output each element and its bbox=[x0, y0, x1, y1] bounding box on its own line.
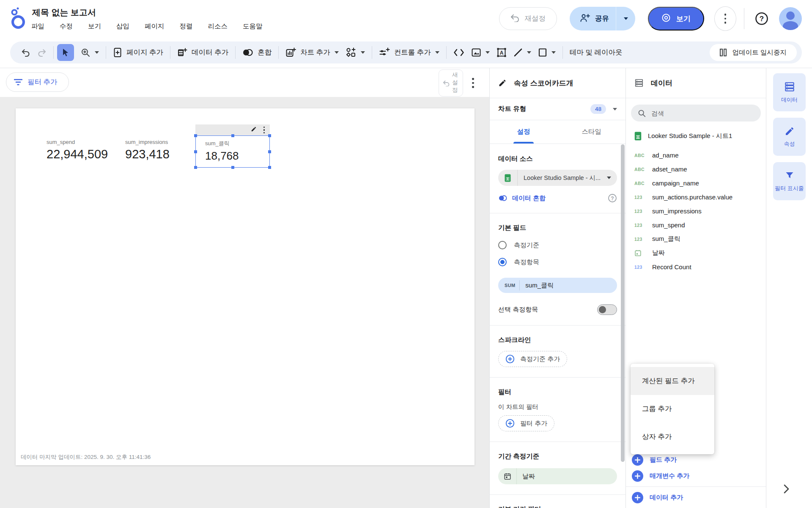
rail-data-button[interactable]: 데이터 bbox=[773, 73, 806, 111]
add-page-button[interactable]: 페이지 추가 bbox=[110, 47, 167, 58]
report-page[interactable]: sum_spend 22,944,509 sum_impressions 923… bbox=[16, 108, 475, 465]
community-visualizations-button[interactable] bbox=[342, 47, 368, 58]
field-list: ABC ad_name ABC adset_name ABC campaign_… bbox=[626, 148, 766, 274]
date-field-chip[interactable]: 날짜 bbox=[498, 468, 617, 484]
radio-unselected-icon[interactable] bbox=[498, 241, 507, 249]
menu-help[interactable]: 도움말 bbox=[243, 22, 263, 31]
data-source-select[interactable]: Looker Studio Sample - 시... bbox=[498, 170, 617, 186]
field-campaign-name[interactable]: ABC campaign_name bbox=[626, 176, 766, 190]
add-data-button[interactable]: 데이터 추가 bbox=[174, 47, 232, 58]
share-dropdown-button[interactable] bbox=[616, 7, 635, 30]
add-dimension-button[interactable]: 측정기준 추가 bbox=[498, 351, 567, 367]
url-embed-button[interactable] bbox=[450, 48, 468, 57]
scorecard-value: 18,768 bbox=[205, 149, 269, 163]
undo-button[interactable] bbox=[18, 48, 34, 57]
canvas-more-options-button[interactable] bbox=[470, 76, 476, 90]
more-options-button[interactable] bbox=[714, 6, 736, 31]
add-parameter-button[interactable]: 매개변수 추가 bbox=[626, 468, 766, 484]
menu-view[interactable]: 보기 bbox=[88, 22, 101, 31]
add-chart-button[interactable]: 차트 추가 bbox=[282, 47, 342, 58]
blend-button[interactable]: 혼합 bbox=[239, 48, 275, 57]
canvas-background[interactable]: sum_spend 22,944,509 sum_impressions 923… bbox=[0, 97, 489, 508]
menu-arrange[interactable]: 정렬 bbox=[180, 22, 193, 31]
zoom-tool-button[interactable] bbox=[77, 48, 102, 58]
field-record-count[interactable]: 123 Record Count bbox=[626, 260, 766, 274]
canvas-reset-button[interactable]: 새설정 bbox=[439, 69, 463, 97]
menu-file[interactable]: 파일 bbox=[31, 22, 44, 31]
scorecard-sum-clicks-selected[interactable]: sum_클릭 18,768 bbox=[195, 124, 270, 168]
metric-field-chip[interactable]: SUM sum_클릭 bbox=[498, 278, 617, 293]
header-divider bbox=[744, 8, 744, 29]
field-search[interactable] bbox=[631, 105, 761, 121]
add-chart-icon bbox=[285, 47, 296, 58]
collapse-panel-button[interactable] bbox=[782, 483, 791, 496]
field-date[interactable]: 날짜 bbox=[626, 246, 766, 260]
view-button[interactable]: 보기 bbox=[648, 7, 704, 30]
resize-handle[interactable] bbox=[231, 166, 234, 169]
field-adset-name[interactable]: ABC adset_name bbox=[626, 162, 766, 176]
text-box-button[interactable]: A bbox=[493, 47, 510, 58]
share-button[interactable]: 공유 bbox=[570, 7, 616, 30]
search-input[interactable] bbox=[651, 110, 754, 117]
insert-image-button[interactable] bbox=[468, 48, 493, 57]
help-button[interactable]: ? bbox=[754, 11, 769, 26]
shape-tool-button[interactable] bbox=[535, 47, 559, 58]
user-avatar[interactable] bbox=[779, 7, 802, 30]
field-sum-spend[interactable]: 123 sum_spend bbox=[626, 218, 766, 232]
scorecard-label: sum_spend bbox=[47, 139, 108, 145]
selected-scorecard[interactable]: sum_클릭 18,768 bbox=[195, 135, 270, 168]
report-title[interactable]: 제목 없는 보고서 bbox=[32, 7, 96, 18]
tab-setup[interactable]: 설정 bbox=[490, 120, 558, 144]
menu-edit[interactable]: 수정 bbox=[60, 22, 73, 31]
select-tool-button[interactable] bbox=[57, 44, 74, 61]
rail-filter-bar-button[interactable]: 필터 표시줄 bbox=[773, 162, 806, 200]
reset-button[interactable]: 재설정 bbox=[499, 7, 557, 30]
dimension-radio-row[interactable]: 측정기준 bbox=[498, 241, 617, 249]
optional-metrics-toggle[interactable] bbox=[597, 304, 617, 315]
resize-handle[interactable] bbox=[231, 134, 234, 137]
resize-handle[interactable] bbox=[268, 134, 271, 137]
menu-item-add-group[interactable]: 그룹 추가 bbox=[631, 395, 714, 423]
chart-type-row[interactable]: 차트 유형 48 bbox=[490, 98, 625, 120]
metric-radio-row[interactable]: 측정항목 bbox=[498, 258, 617, 266]
resize-handle[interactable] bbox=[194, 166, 197, 169]
menu-resource[interactable]: 리소스 bbox=[208, 22, 228, 31]
theme-layout-button[interactable]: 테마 및 레이아웃 bbox=[566, 48, 626, 57]
field-sum-impressions[interactable]: 123 sum_impressions bbox=[626, 204, 766, 218]
menu-item-add-bin[interactable]: 상자 추가 bbox=[631, 423, 714, 451]
data-panel-bottom-actions: 필드 추가 매개변수 추가 데이터 추가 bbox=[626, 452, 766, 508]
add-filter-button[interactable]: 필터 추가 bbox=[6, 72, 69, 92]
scrollbar-thumb[interactable] bbox=[621, 144, 625, 462]
looker-studio-logo-icon[interactable] bbox=[9, 7, 26, 32]
menu-insert[interactable]: 삽입 bbox=[116, 22, 129, 31]
add-data-icon bbox=[177, 47, 187, 58]
resize-handle[interactable] bbox=[268, 166, 271, 169]
line-tool-button[interactable] bbox=[510, 48, 535, 57]
tab-style[interactable]: 스타일 bbox=[558, 120, 626, 144]
aggregation-tag[interactable]: SUM bbox=[498, 280, 520, 290]
undo-icon bbox=[510, 14, 520, 24]
field-sum-clicks[interactable]: 123 sum_클릭 bbox=[626, 232, 766, 246]
last-update-timestamp: 데이터 마지막 업데이트: 2025. 9. 30. 오후 11:41:36 bbox=[21, 453, 151, 461]
resize-handle[interactable] bbox=[194, 134, 197, 137]
help-icon[interactable]: ? bbox=[608, 193, 617, 203]
rail-properties-button[interactable]: 속성 bbox=[773, 118, 806, 156]
scorecard-sum-impressions[interactable]: sum_impressions 923,418 bbox=[125, 139, 170, 161]
resize-handle[interactable] bbox=[268, 150, 271, 153]
pause-updates-button[interactable]: 업데이트 일시중지 bbox=[710, 44, 797, 61]
edit-pencil-icon[interactable] bbox=[251, 126, 257, 134]
radio-selected-icon[interactable] bbox=[498, 258, 507, 266]
more-vert-icon[interactable] bbox=[263, 127, 265, 134]
menu-item-add-calculated-field[interactable]: 계산된 필드 추가 bbox=[631, 367, 714, 395]
add-control-button[interactable]: 컨트롤 추가 bbox=[376, 47, 443, 58]
add-filter-button[interactable]: 필터 추가 bbox=[498, 415, 554, 431]
blend-data-link[interactable]: 데이터 혼합 ? bbox=[498, 193, 617, 203]
field-sum-actions-purchase-value[interactable]: 123 sum_actions.purchase.value bbox=[626, 190, 766, 204]
data-source-row[interactable]: Looker Studio Sample - 시트1 bbox=[626, 132, 766, 141]
add-data-button[interactable]: 데이터 추가 bbox=[626, 487, 766, 508]
redo-button[interactable] bbox=[34, 48, 50, 57]
scorecard-sum-spend[interactable]: sum_spend 22,944,509 bbox=[47, 139, 108, 161]
menu-page[interactable]: 페이지 bbox=[145, 22, 165, 31]
resize-handle[interactable] bbox=[194, 150, 197, 153]
field-ad-name[interactable]: ABC ad_name bbox=[626, 148, 766, 162]
